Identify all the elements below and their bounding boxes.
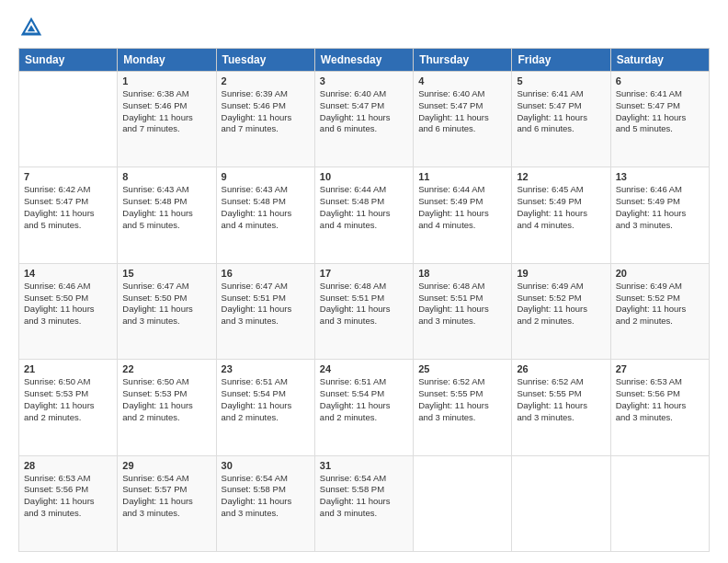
calendar-cell: 30Sunrise: 6:54 AM Sunset: 5:58 PM Dayli… bbox=[216, 455, 314, 551]
calendar-cell: 25Sunrise: 6:52 AM Sunset: 5:55 PM Dayli… bbox=[414, 360, 512, 455]
calendar-week-row: 28Sunrise: 6:53 AM Sunset: 5:56 PM Dayli… bbox=[19, 455, 710, 551]
day-info: Sunrise: 6:45 AM Sunset: 5:49 PM Dayligh… bbox=[517, 184, 587, 229]
weekday-header: Thursday bbox=[414, 49, 512, 72]
day-info: Sunrise: 6:48 AM Sunset: 5:51 PM Dayligh… bbox=[418, 281, 489, 326]
day-number: 20 bbox=[616, 268, 704, 279]
calendar-cell: 23Sunrise: 6:51 AM Sunset: 5:54 PM Dayli… bbox=[216, 360, 314, 455]
calendar-cell: 3Sunrise: 6:40 AM Sunset: 5:47 PM Daylig… bbox=[314, 72, 413, 167]
day-number: 7 bbox=[24, 171, 112, 182]
day-info: Sunrise: 6:42 AM Sunset: 5:47 PM Dayligh… bbox=[24, 184, 95, 229]
weekday-header: Saturday bbox=[610, 49, 709, 72]
calendar-cell: 27Sunrise: 6:53 AM Sunset: 5:56 PM Dayli… bbox=[610, 360, 709, 455]
day-info: Sunrise: 6:38 AM Sunset: 5:46 PM Dayligh… bbox=[122, 88, 193, 133]
day-info: Sunrise: 6:54 AM Sunset: 5:58 PM Dayligh… bbox=[320, 473, 391, 518]
day-number: 27 bbox=[616, 363, 704, 374]
day-info: Sunrise: 6:50 AM Sunset: 5:53 PM Dayligh… bbox=[122, 376, 193, 421]
day-info: Sunrise: 6:40 AM Sunset: 5:47 PM Dayligh… bbox=[418, 88, 489, 133]
day-info: Sunrise: 6:46 AM Sunset: 5:49 PM Dayligh… bbox=[616, 184, 687, 229]
calendar-cell: 11Sunrise: 6:44 AM Sunset: 5:49 PM Dayli… bbox=[414, 167, 512, 263]
page: SundayMondayTuesdayWednesdayThursdayFrid… bbox=[0, 0, 728, 563]
day-number: 10 bbox=[320, 171, 408, 182]
day-number: 30 bbox=[222, 460, 310, 471]
day-number: 18 bbox=[418, 268, 506, 279]
calendar-cell: 16Sunrise: 6:47 AM Sunset: 5:51 PM Dayli… bbox=[216, 263, 314, 359]
day-info: Sunrise: 6:43 AM Sunset: 5:48 PM Dayligh… bbox=[222, 184, 292, 229]
day-info: Sunrise: 6:51 AM Sunset: 5:54 PM Dayligh… bbox=[222, 376, 292, 421]
day-info: Sunrise: 6:39 AM Sunset: 5:46 PM Dayligh… bbox=[222, 88, 292, 133]
calendar-cell: 24Sunrise: 6:51 AM Sunset: 5:54 PM Dayli… bbox=[314, 360, 413, 455]
weekday-header: Friday bbox=[512, 49, 610, 72]
calendar-cell: 28Sunrise: 6:53 AM Sunset: 5:56 PM Dayli… bbox=[19, 455, 118, 551]
day-number: 5 bbox=[517, 75, 605, 86]
day-info: Sunrise: 6:46 AM Sunset: 5:50 PM Dayligh… bbox=[24, 281, 95, 326]
day-info: Sunrise: 6:43 AM Sunset: 5:48 PM Dayligh… bbox=[122, 184, 193, 229]
day-number: 29 bbox=[122, 460, 210, 471]
day-number: 24 bbox=[320, 363, 408, 374]
calendar-cell: 29Sunrise: 6:54 AM Sunset: 5:57 PM Dayli… bbox=[118, 455, 216, 551]
calendar-cell bbox=[19, 72, 118, 167]
header-row: SundayMondayTuesdayWednesdayThursdayFrid… bbox=[19, 49, 710, 72]
calendar-week-row: 14Sunrise: 6:46 AM Sunset: 5:50 PM Dayli… bbox=[19, 263, 710, 359]
calendar-week-row: 1Sunrise: 6:38 AM Sunset: 5:46 PM Daylig… bbox=[19, 72, 710, 167]
calendar-cell: 18Sunrise: 6:48 AM Sunset: 5:51 PM Dayli… bbox=[414, 263, 512, 359]
weekday-header: Monday bbox=[118, 49, 216, 72]
calendar-cell: 12Sunrise: 6:45 AM Sunset: 5:49 PM Dayli… bbox=[512, 167, 610, 263]
calendar-cell: 31Sunrise: 6:54 AM Sunset: 5:58 PM Dayli… bbox=[314, 455, 413, 551]
day-number: 2 bbox=[222, 75, 310, 86]
calendar-cell: 5Sunrise: 6:41 AM Sunset: 5:47 PM Daylig… bbox=[512, 72, 610, 167]
day-number: 6 bbox=[616, 75, 704, 86]
day-info: Sunrise: 6:40 AM Sunset: 5:47 PM Dayligh… bbox=[320, 88, 391, 133]
calendar-cell bbox=[512, 455, 610, 551]
day-info: Sunrise: 6:54 AM Sunset: 5:58 PM Dayligh… bbox=[222, 473, 292, 518]
calendar-cell: 2Sunrise: 6:39 AM Sunset: 5:46 PM Daylig… bbox=[216, 72, 314, 167]
calendar-cell: 10Sunrise: 6:44 AM Sunset: 5:48 PM Dayli… bbox=[314, 167, 413, 263]
calendar-cell: 13Sunrise: 6:46 AM Sunset: 5:49 PM Dayli… bbox=[610, 167, 709, 263]
weekday-header: Sunday bbox=[19, 49, 118, 72]
day-number: 19 bbox=[517, 268, 605, 279]
day-info: Sunrise: 6:52 AM Sunset: 5:55 PM Dayligh… bbox=[517, 376, 587, 421]
calendar-cell: 8Sunrise: 6:43 AM Sunset: 5:48 PM Daylig… bbox=[118, 167, 216, 263]
calendar-cell bbox=[414, 455, 512, 551]
day-number: 22 bbox=[122, 363, 210, 374]
day-number: 21 bbox=[24, 363, 112, 374]
day-number: 12 bbox=[517, 171, 605, 182]
day-number: 31 bbox=[320, 460, 408, 471]
day-info: Sunrise: 6:44 AM Sunset: 5:49 PM Dayligh… bbox=[418, 184, 489, 229]
calendar-week-row: 7Sunrise: 6:42 AM Sunset: 5:47 PM Daylig… bbox=[19, 167, 710, 263]
day-info: Sunrise: 6:52 AM Sunset: 5:55 PM Dayligh… bbox=[418, 376, 489, 421]
day-info: Sunrise: 6:49 AM Sunset: 5:52 PM Dayligh… bbox=[616, 281, 687, 326]
logo-icon bbox=[18, 15, 44, 40]
calendar-table: SundayMondayTuesdayWednesdayThursdayFrid… bbox=[18, 48, 710, 552]
day-number: 11 bbox=[418, 171, 506, 182]
day-number: 13 bbox=[616, 171, 704, 182]
day-number: 8 bbox=[122, 171, 210, 182]
day-number: 16 bbox=[222, 268, 310, 279]
calendar-week-row: 21Sunrise: 6:50 AM Sunset: 5:53 PM Dayli… bbox=[19, 360, 710, 455]
day-number: 14 bbox=[24, 268, 112, 279]
day-info: Sunrise: 6:53 AM Sunset: 5:56 PM Dayligh… bbox=[24, 473, 95, 518]
header bbox=[18, 15, 710, 40]
day-info: Sunrise: 6:54 AM Sunset: 5:57 PM Dayligh… bbox=[122, 473, 193, 518]
day-number: 28 bbox=[24, 460, 112, 471]
logo bbox=[18, 15, 48, 40]
calendar-cell: 20Sunrise: 6:49 AM Sunset: 5:52 PM Dayli… bbox=[610, 263, 709, 359]
calendar-cell: 17Sunrise: 6:48 AM Sunset: 5:51 PM Dayli… bbox=[314, 263, 413, 359]
calendar-cell: 19Sunrise: 6:49 AM Sunset: 5:52 PM Dayli… bbox=[512, 263, 610, 359]
calendar-cell: 9Sunrise: 6:43 AM Sunset: 5:48 PM Daylig… bbox=[216, 167, 314, 263]
day-info: Sunrise: 6:41 AM Sunset: 5:47 PM Dayligh… bbox=[616, 88, 687, 133]
calendar-cell: 22Sunrise: 6:50 AM Sunset: 5:53 PM Dayli… bbox=[118, 360, 216, 455]
calendar-cell: 4Sunrise: 6:40 AM Sunset: 5:47 PM Daylig… bbox=[414, 72, 512, 167]
day-info: Sunrise: 6:41 AM Sunset: 5:47 PM Dayligh… bbox=[517, 88, 587, 133]
calendar-cell bbox=[610, 455, 709, 551]
day-number: 25 bbox=[418, 363, 506, 374]
day-info: Sunrise: 6:53 AM Sunset: 5:56 PM Dayligh… bbox=[616, 376, 687, 421]
day-number: 4 bbox=[418, 75, 506, 86]
calendar-cell: 7Sunrise: 6:42 AM Sunset: 5:47 PM Daylig… bbox=[19, 167, 118, 263]
day-info: Sunrise: 6:49 AM Sunset: 5:52 PM Dayligh… bbox=[517, 281, 587, 326]
day-info: Sunrise: 6:51 AM Sunset: 5:54 PM Dayligh… bbox=[320, 376, 391, 421]
day-number: 15 bbox=[122, 268, 210, 279]
day-number: 1 bbox=[122, 75, 210, 86]
day-number: 9 bbox=[222, 171, 310, 182]
day-number: 3 bbox=[320, 75, 408, 86]
day-info: Sunrise: 6:47 AM Sunset: 5:51 PM Dayligh… bbox=[222, 281, 292, 326]
